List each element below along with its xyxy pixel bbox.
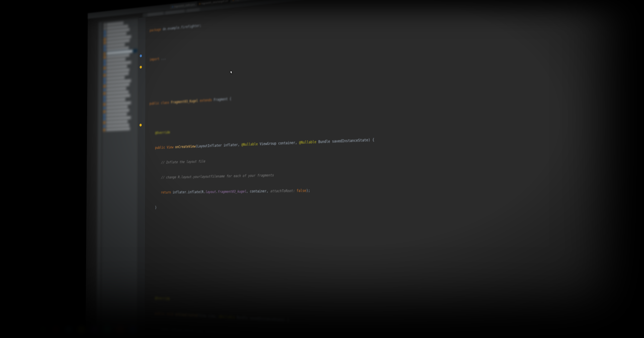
taskbar-bokeh [13, 326, 137, 334]
override-gutter-icon[interactable] [140, 54, 142, 57]
warning-gutter-icon[interactable] [140, 124, 142, 126]
mouse-cursor-icon [216, 66, 218, 71]
warning-gutter-icon[interactable] [140, 66, 142, 69]
xml-file-icon [199, 3, 200, 5]
java-file-icon [172, 6, 173, 8]
tab-label: fragment04_staffel.java [174, 3, 195, 8]
project-tree[interactable] [101, 18, 139, 338]
editor-gutter[interactable] [138, 17, 146, 338]
ide-window: fragment04_staffel.java fragment01_loesc… [86, 0, 644, 338]
xml-file-icon [232, 0, 234, 1]
code-editor[interactable]: package de.example.firefighter; import .… [145, 0, 644, 338]
